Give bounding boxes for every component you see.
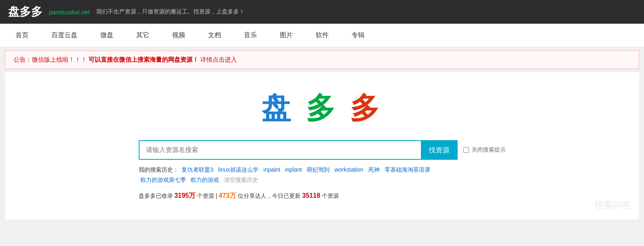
stats-count1: 3195万 bbox=[174, 192, 195, 199]
nav-item-home[interactable]: 首页 bbox=[4, 24, 40, 47]
nav-item-other[interactable]: 其它 bbox=[125, 24, 161, 47]
announcement-highlight: 可以直接在微信上搜索海量的网盘资源！ bbox=[89, 56, 199, 63]
nav-item-baidu[interactable]: 百度云盘 bbox=[40, 24, 89, 47]
nav-item-album[interactable]: 专辑 bbox=[340, 24, 376, 47]
announcement-suffix: 详情点击进入 bbox=[200, 56, 237, 63]
announcement-prefix: 公告：微信版上线啦！！！ bbox=[13, 56, 87, 63]
nav: 首页 百度云盘 微盘 其它 视频 文档 音乐 图片 软件 专辑 bbox=[0, 24, 644, 47]
history-item-7[interactable]: 零基础海淘英语课 bbox=[385, 166, 430, 173]
history-item-4[interactable]: 萌妃驾到 bbox=[307, 166, 330, 173]
main-content: 盘 多 多 找资源 关闭搜索提示 我的搜索历史： 复仇者联盟3 linux就该这… bbox=[5, 72, 639, 219]
logo-char-duo1: 多 bbox=[306, 92, 339, 124]
stats-count3: 35118 bbox=[302, 192, 321, 199]
search-tip: 关闭搜索提示 bbox=[463, 146, 506, 154]
site-title: 盘多多 bbox=[8, 4, 42, 20]
nav-item-music[interactable]: 音乐 bbox=[232, 24, 268, 47]
search-input[interactable] bbox=[139, 140, 421, 160]
stats-middle2: 位分享达人，今日已更新 bbox=[238, 192, 301, 199]
history-item-8[interactable]: 权力的游戏第七季 bbox=[140, 177, 186, 183]
history-item-9[interactable]: 权力的游戏 bbox=[190, 177, 219, 183]
clear-history-button[interactable]: 清空搜索历史 bbox=[224, 177, 258, 183]
history-label: 我的搜索历史： bbox=[139, 166, 179, 173]
history-item-2[interactable]: inpaint bbox=[263, 166, 280, 173]
history-item-0[interactable]: 复仇者联盟3 bbox=[181, 166, 213, 173]
announcement-bar[interactable]: 公告：微信版上线啦！！！ 可以直接在微信上搜索海量的网盘资源！ 详情点击进入 bbox=[5, 51, 639, 69]
history-item-3[interactable]: inplant bbox=[285, 166, 302, 173]
nav-item-image[interactable]: 图片 bbox=[268, 24, 304, 47]
history-item-5[interactable]: workstation bbox=[334, 166, 363, 173]
logo-char-duo2: 多 bbox=[350, 92, 383, 124]
site-slogan: 我们不生产资源，只做资源的搬运工。找资源，上盘多多！ bbox=[96, 8, 245, 16]
stats-bar: 盘多多已收录 3195万 个资源 | 473万 位分享达人，今日已更新 3511… bbox=[139, 192, 506, 200]
stats-middle1: 个资源 | bbox=[197, 192, 219, 199]
site-domain: panduoduo.net bbox=[49, 9, 90, 16]
nav-item-doc[interactable]: 文档 bbox=[197, 24, 232, 47]
header: 盘多多 panduoduo.net 我们不生产资源，只做资源的搬运工。找资源，上… bbox=[0, 0, 644, 24]
search-history: 我的搜索历史： 复仇者联盟3 linux就该这么学 inpaint inplan… bbox=[139, 165, 506, 185]
search-row: 找资源 关闭搜索提示 bbox=[139, 140, 506, 160]
nav-item-video[interactable]: 视频 bbox=[161, 24, 197, 47]
history-item-6[interactable]: 死神 bbox=[368, 166, 380, 173]
logo-char-pan: 盘 bbox=[261, 92, 294, 124]
main-logo: 盘 多 多 bbox=[261, 89, 382, 128]
close-suggest-label: 关闭搜索提示 bbox=[471, 146, 506, 154]
nav-item-weipan[interactable]: 微盘 bbox=[89, 24, 125, 47]
search-button[interactable]: 找资源 bbox=[421, 140, 458, 160]
stats-suffix: 个资源 bbox=[322, 192, 339, 199]
close-suggest-checkbox[interactable] bbox=[463, 147, 469, 153]
nav-item-software[interactable]: 软件 bbox=[304, 24, 340, 47]
watermark: 悟客问答 bbox=[595, 199, 631, 211]
stats-count2: 473万 bbox=[219, 192, 236, 199]
history-item-1[interactable]: linux就该这么学 bbox=[218, 166, 259, 173]
stats-prefix: 盘多多已收录 bbox=[139, 192, 173, 199]
